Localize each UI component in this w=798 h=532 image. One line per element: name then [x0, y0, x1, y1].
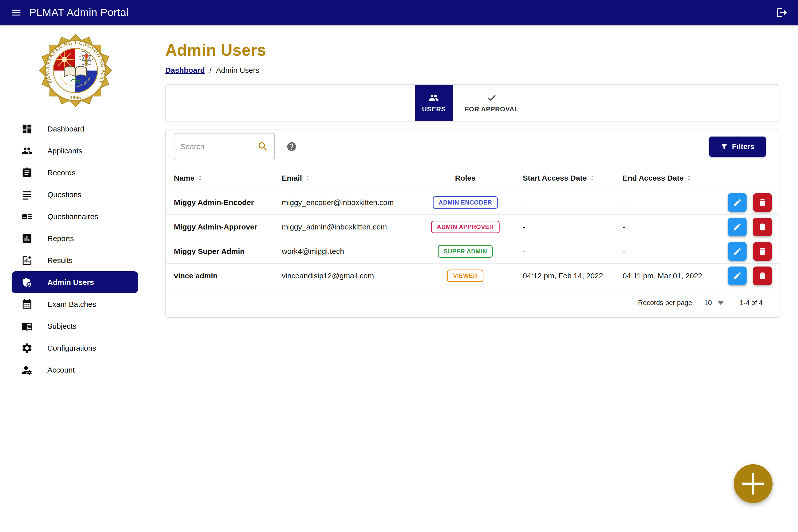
article-list-icon — [21, 211, 33, 223]
filters-button[interactable]: Filters — [709, 136, 766, 157]
add-chart-icon — [21, 255, 33, 266]
start-access-date: - — [515, 190, 615, 215]
edit-button[interactable] — [728, 242, 747, 261]
people-icon — [21, 145, 33, 157]
sort-icon — [589, 174, 596, 182]
column-header-start-date[interactable]: Start Access Date — [515, 162, 615, 190]
role-badge: ADMIN APPROVER — [431, 221, 500, 233]
trash-icon — [758, 247, 767, 256]
role-badge: SUPER ADMIN — [438, 245, 493, 258]
sidebar-item-account[interactable]: Account — [0, 359, 151, 381]
notes-icon — [21, 189, 33, 201]
user-name: vince admin — [166, 264, 274, 288]
end-access-date: - — [615, 239, 715, 264]
filter-icon — [720, 143, 728, 150]
check-icon — [487, 93, 497, 103]
search-input[interactable] — [181, 142, 257, 151]
records-per-page-value: 10 — [704, 299, 712, 307]
logout-icon[interactable] — [775, 6, 788, 19]
edit-button[interactable] — [728, 193, 747, 212]
main-content: Admin Users Dashboard / Admin Users USER… — [151, 25, 798, 532]
dropdown-caret-icon — [717, 301, 724, 305]
sidebar-item-questionnaires[interactable]: Questionnaires — [0, 206, 151, 227]
user-name: Miggy Admin-Encoder — [166, 190, 274, 215]
table-row: Miggy Admin-Approver miggy_admin@inboxki… — [166, 215, 779, 239]
sidebar-item-results[interactable]: Results — [0, 249, 151, 271]
pencil-icon — [733, 271, 742, 280]
sidebar-item-exam-batches[interactable]: Exam Batches — [0, 293, 151, 315]
open-book-icon — [21, 320, 33, 332]
help-icon[interactable] — [286, 141, 297, 152]
breadcrumb-separator: / — [209, 66, 211, 75]
sort-icon — [686, 174, 693, 182]
breadcrumb-dashboard-link[interactable]: Dashboard — [165, 66, 205, 75]
tab-users-label: USERS — [422, 105, 446, 113]
user-email: miggy_encoder@inboxkitten.com — [274, 190, 415, 215]
sidebar-item-reports[interactable]: Reports — [0, 227, 151, 249]
trash-icon — [758, 198, 767, 207]
table-header-row: Name Email Roles Start Access Date End A… — [166, 162, 779, 190]
user-email: miggy_admin@inboxkitten.com — [274, 215, 415, 239]
admin-shield-icon — [21, 277, 33, 288]
search-icon[interactable] — [257, 141, 269, 152]
tab-users[interactable]: USERS — [415, 84, 453, 121]
user-email: work4@miggi.tech — [274, 239, 415, 264]
menu-icon[interactable] — [10, 6, 23, 19]
bar-chart-icon — [21, 233, 33, 244]
filters-label: Filters — [732, 142, 755, 151]
people-icon — [429, 93, 439, 103]
plus-icon — [740, 471, 766, 497]
delete-button[interactable] — [753, 193, 772, 212]
records-per-page-label: Records per page: — [638, 299, 694, 307]
sidebar-nav: Dashboard Applicants Records Questions Q… — [0, 118, 151, 381]
tabs-card: USERS FOR APPROVAL — [165, 84, 779, 121]
column-header-name[interactable]: Name — [166, 162, 274, 190]
role-badge: ADMIN ENCODER — [433, 196, 498, 209]
add-user-fab[interactable] — [734, 464, 773, 503]
users-table-card: Filters Name Email Roles Start Access Da… — [165, 129, 779, 318]
column-header-end-date[interactable]: End Access Date — [615, 162, 715, 190]
sidebar-item-records[interactable]: Records — [0, 162, 151, 184]
trash-icon — [758, 271, 767, 280]
plm-seal-logo: PAMANTASAN NG LUNGSOD NG MAYNILA 1965 Ka… — [38, 33, 113, 109]
column-header-email[interactable]: Email — [274, 162, 415, 190]
sidebar-item-applicants[interactable]: Applicants — [0, 140, 151, 162]
manage-account-icon — [21, 364, 33, 376]
gear-icon — [21, 342, 33, 354]
role-badge: VIEWER — [447, 269, 483, 282]
trash-icon — [758, 223, 767, 231]
user-email: vinceandisip12@gmail.com — [274, 264, 415, 288]
sidebar-item-subjects[interactable]: Subjects — [0, 315, 151, 337]
records-per-page-select[interactable]: 10 — [704, 299, 724, 307]
sidebar-item-configurations[interactable]: Configurations — [0, 337, 151, 359]
column-header-roles: Roles — [415, 162, 515, 190]
sort-icon — [197, 174, 204, 182]
seal-year: 1965 — [70, 94, 81, 100]
edit-button[interactable] — [728, 266, 747, 285]
sidebar-item-admin-users[interactable]: Admin Users — [12, 271, 138, 293]
breadcrumb-current: Admin Users — [216, 66, 259, 75]
sidebar-item-dashboard[interactable]: Dashboard — [0, 118, 151, 140]
page-title: Admin Users — [165, 41, 798, 59]
end-access-date: - — [615, 190, 715, 215]
edit-button[interactable] — [728, 217, 747, 236]
pencil-icon — [733, 247, 742, 256]
delete-button[interactable] — [753, 217, 772, 236]
tab-for-approval-label: FOR APPROVAL — [465, 105, 518, 113]
dashboard-icon — [21, 123, 33, 135]
calendar-icon — [21, 299, 33, 310]
start-access-date: - — [515, 239, 615, 264]
column-header-actions — [715, 162, 779, 190]
pagination: Records per page: 10 1-4 of 4 — [166, 288, 779, 317]
clipboard-icon — [21, 167, 33, 178]
table-toolbar: Filters — [166, 130, 779, 160]
table-row: Miggy Admin-Encoder miggy_encoder@inboxk… — [166, 190, 779, 215]
delete-button[interactable] — [753, 242, 772, 261]
delete-button[interactable] — [753, 266, 772, 285]
sort-icon — [304, 174, 311, 182]
app-title: PLMAT Admin Portal — [29, 6, 129, 19]
sidebar-item-questions[interactable]: Questions — [0, 184, 151, 206]
tab-for-approval[interactable]: FOR APPROVAL — [453, 84, 530, 121]
pencil-icon — [733, 198, 742, 207]
search-box — [174, 133, 275, 160]
